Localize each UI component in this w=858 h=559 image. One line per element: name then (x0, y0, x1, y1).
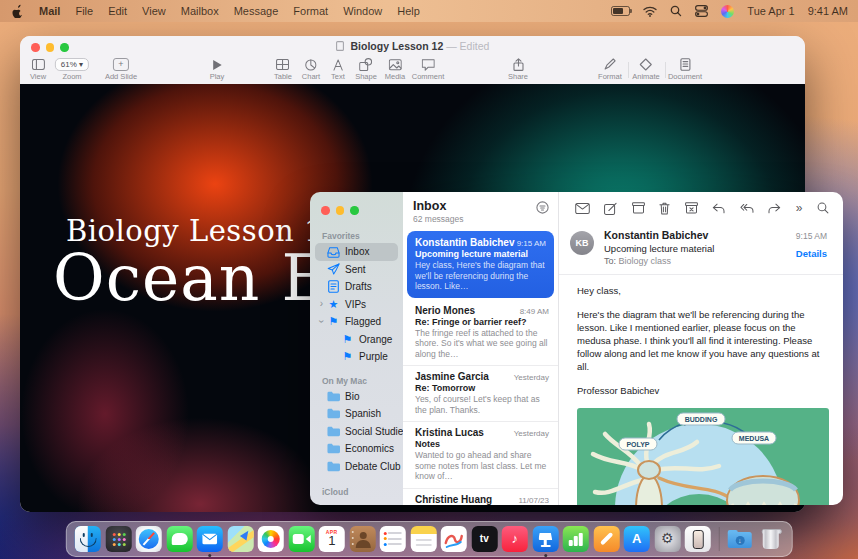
table-button[interactable]: Table (274, 58, 292, 81)
svg-text:BUDDING: BUDDING (685, 416, 718, 423)
menu-bar-clock[interactable]: 9:41 AM (808, 5, 848, 17)
reply-all-icon[interactable] (740, 203, 754, 214)
dock-keynote-icon[interactable] (532, 526, 558, 552)
dock-downloads-folder-icon[interactable]: ↓ (727, 526, 753, 552)
format-button[interactable]: Format (598, 58, 622, 81)
shape-button[interactable]: Shape (355, 58, 377, 81)
dock-safari-icon[interactable] (136, 526, 162, 552)
dock-notes-icon[interactable] (410, 526, 436, 552)
menu-message[interactable]: Message (234, 5, 279, 17)
media-button[interactable]: Media (385, 58, 405, 81)
message-row[interactable]: Nerio Mones8:49 AM Re: Fringe or barrier… (403, 300, 558, 366)
more-actions-icon[interactable]: » (796, 203, 803, 213)
dock-numbers-icon[interactable] (563, 526, 589, 552)
dock-tv-icon[interactable]: tv (471, 526, 497, 552)
dock-freeform-icon[interactable] (441, 526, 467, 552)
dock-pages-icon[interactable] (593, 526, 619, 552)
sidebar-item-sent[interactable]: Sent (315, 261, 398, 279)
zoom-control[interactable]: 61% ▾ Zoom (55, 58, 89, 81)
message-row[interactable]: Jasmine GarciaYesterday Re: Tomorrow Yes… (403, 365, 558, 421)
sidebar-item-flagged[interactable]: › ⚑ Flagged (315, 313, 398, 331)
dock-music-icon[interactable]: ♪ (502, 526, 528, 552)
sidebar-item-drafts[interactable]: Drafts (315, 278, 398, 296)
minimize-button[interactable] (336, 206, 345, 215)
message-row[interactable]: Christine Huang11/07/23 Debate club - re… (403, 488, 558, 506)
battery-icon[interactable] (611, 6, 630, 16)
forward-icon[interactable] (768, 203, 781, 214)
details-link[interactable]: Details (796, 248, 827, 259)
dock-system-settings-icon[interactable]: ⚙ (654, 526, 680, 552)
dock-launchpad-icon[interactable] (105, 526, 131, 552)
dock-photos-icon[interactable] (258, 526, 284, 552)
add-slide-button[interactable]: + Add Slide (105, 58, 137, 81)
share-button[interactable]: Share (508, 58, 528, 81)
dock-iphone-mirroring-icon[interactable] (685, 526, 711, 552)
sidebar-item-flag-orange[interactable]: ⚑ Orange (315, 331, 398, 349)
apple-menu-icon[interactable] (12, 4, 24, 18)
dock-app-store-icon[interactable]: A (624, 526, 650, 552)
menu-format[interactable]: Format (293, 5, 328, 17)
junk-icon[interactable] (685, 202, 698, 214)
sidebar-folder-debate-club[interactable]: Debate Club (315, 458, 398, 476)
close-button[interactable] (321, 206, 330, 215)
dock-mail-icon[interactable] (197, 526, 223, 552)
menu-bar-date[interactable]: Tue Apr 1 (747, 5, 794, 17)
sidebar-folder-economics[interactable]: Economics (315, 440, 398, 458)
menu-file[interactable]: File (75, 5, 93, 17)
comment-button[interactable]: Comment (412, 58, 445, 81)
view-button[interactable]: View (30, 58, 46, 81)
dock-finder-icon[interactable] (75, 526, 101, 552)
sidebar-folder-social-studies[interactable]: Social Studies (315, 423, 398, 441)
sidebar-section-smart-mailboxes[interactable]: Smart Mailboxes (310, 499, 403, 505)
chevron-down-icon[interactable]: › (316, 317, 327, 326)
chevron-right-icon[interactable]: › (317, 298, 326, 309)
dock-facetime-icon[interactable] (288, 526, 314, 552)
menu-window[interactable]: Window (343, 5, 382, 17)
reply-icon[interactable] (712, 203, 725, 214)
spotlight-search-icon[interactable] (670, 5, 682, 17)
sidebar-folder-bio[interactable]: Bio (315, 388, 398, 406)
sidebar-item-vips[interactable]: › ★ VIPs (315, 296, 398, 314)
sidebar-section-icloud[interactable]: iCloud (310, 475, 403, 499)
menu-view[interactable]: View (142, 5, 166, 17)
zoom-window-button[interactable] (350, 206, 359, 215)
sender-avatar: KB (570, 231, 594, 255)
menu-mailbox[interactable]: Mailbox (181, 5, 219, 17)
message-row[interactable]: Kristina LucasYesterday Notes Wanted to … (403, 421, 558, 488)
dock-reminders-icon[interactable] (380, 526, 406, 552)
text-button[interactable]: Text (331, 58, 345, 81)
menu-help[interactable]: Help (397, 5, 420, 17)
message-row-selected[interactable]: Konstantin Babichev9:15 AM Upcoming lect… (407, 231, 554, 298)
dock-maps-icon[interactable] (227, 526, 253, 552)
keynote-toolbar: View 61% ▾ Zoom + Add Slide Play Table C… (20, 56, 805, 85)
jellyfish-lifecycle-diagram[interactable]: POLYP BUDDING MEDUSA (577, 408, 829, 506)
animate-button[interactable]: Animate (632, 58, 660, 81)
menu-app-name[interactable]: Mail (39, 5, 60, 17)
purple-flag-icon: ⚑ (341, 351, 354, 362)
filter-icon[interactable] (536, 201, 549, 214)
body-paragraph: Hey class, (577, 284, 825, 297)
archive-icon[interactable] (632, 202, 645, 214)
search-icon[interactable] (817, 202, 829, 214)
sidebar-folder-spanish[interactable]: Spanish (315, 405, 398, 423)
document-button[interactable]: Document (668, 58, 702, 81)
dock-messages-icon[interactable] (166, 526, 192, 552)
siri-icon[interactable] (721, 5, 734, 18)
check-mail-icon[interactable] (575, 203, 590, 214)
sidebar-item-flag-purple[interactable]: ⚑ Purple (315, 348, 398, 366)
svg-text:MEDUSA: MEDUSA (739, 435, 769, 442)
toolbar-divider (665, 62, 666, 78)
dock-calendar-icon[interactable]: APR1 (319, 526, 345, 552)
wifi-icon[interactable] (643, 6, 657, 17)
sidebar-item-inbox[interactable]: Inbox (315, 243, 398, 261)
dock-contacts-icon[interactable] (349, 526, 375, 552)
menu-edit[interactable]: Edit (108, 5, 127, 17)
dock-trash-icon[interactable] (757, 526, 783, 552)
play-button[interactable]: Play (210, 58, 225, 81)
trash-icon[interactable] (659, 202, 670, 215)
control-center-icon[interactable] (695, 5, 708, 17)
compose-icon[interactable] (604, 202, 617, 215)
body-paragraph: Professor Babichev (577, 384, 825, 397)
chart-button[interactable]: Chart (302, 58, 320, 81)
folder-icon (327, 461, 340, 472)
